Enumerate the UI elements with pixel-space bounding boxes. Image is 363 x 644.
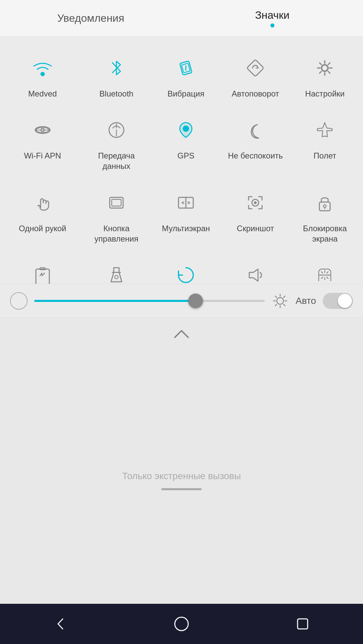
svg-line-12 [319,63,321,65]
icon-autosync[interactable]: Автосинхр. [151,251,221,284]
lock-screen-icon-wrapper [310,188,340,218]
svg-line-53 [327,272,328,273]
icon-medved[interactable]: Medved [3,44,82,106]
icon-volume[interactable]: Громкость [221,251,290,284]
svg-point-30 [254,201,257,204]
icon-data-transfer[interactable]: Передача данных [82,106,151,178]
settings-gear-icon [313,56,337,80]
dnd-icon-wrapper [240,115,270,145]
multiscreen-icon-wrapper [171,188,201,218]
svg-line-13 [328,72,330,74]
auto-label: Авто [296,296,316,306]
home-icon [173,616,190,632]
svg-point-16 [322,65,328,71]
svg-marker-38 [249,269,258,281]
icon-lock-screen[interactable]: Блокировка экрана [290,178,360,251]
icon-grid: Medved Bluetooth Вибрация [3,44,360,284]
volume-icon-wrapper [240,260,270,284]
svg-rect-34 [36,269,49,284]
icon-vibration[interactable]: Вибрация [151,44,221,106]
flight-icon-wrapper [310,115,340,145]
reboot-icon-wrapper [310,260,340,284]
settings-icon-wrapper [310,53,340,83]
moon-icon [243,118,267,142]
svg-line-40 [319,269,321,271]
nav-home-button[interactable] [168,610,195,637]
emergency-calls-text: Только экстренные вызовы [122,471,241,481]
auto-brightness-toggle[interactable] [323,293,353,309]
svg-point-23 [183,126,189,131]
volume-icon [243,263,267,284]
svg-line-62 [275,296,276,298]
svg-point-66 [175,617,188,631]
svg-line-64 [283,296,285,298]
svg-line-52 [327,277,328,278]
tab-icons[interactable]: Значки [182,0,363,37]
chevron-area[interactable] [0,318,363,350]
icon-autorotate[interactable]: Автоповорот [221,44,290,106]
icon-flight[interactable]: Полет [290,106,360,178]
icon-screenshot[interactable]: Скриншот [221,178,290,251]
nav-recents-button[interactable] [289,610,316,637]
battery-icon-wrapper [28,260,58,284]
wifi-apn-icon-wrapper [28,115,58,145]
icon-settings[interactable]: Настройки [290,44,360,106]
control-button-icon [104,191,128,215]
autorotate-icon-wrapper [240,53,270,83]
svg-rect-31 [319,202,330,211]
svg-line-65 [275,304,276,306]
icon-flashlight[interactable]: Фонарик [82,251,151,284]
icon-multiscreen[interactable]: Мультиэкран [151,178,221,251]
svg-point-37 [115,275,118,279]
svg-rect-4 [247,60,264,77]
back-icon [52,616,69,632]
brightness-min-icon [10,292,28,310]
brightness-fill [34,300,196,302]
lock-icon [313,191,337,215]
brightness-thumb[interactable] [188,294,203,308]
tab-active-indicator [270,23,274,27]
svg-line-14 [328,63,330,65]
icon-one-hand[interactable]: Одной рукой [3,178,82,251]
icon-reboot[interactable]: Перезагрузка [290,251,360,284]
battery-save-icon [31,263,55,284]
icon-control-btn[interactable]: Кнопка управления [82,178,151,251]
flashlight-icon [104,263,128,284]
svg-line-63 [283,304,285,306]
gps-location-icon [174,118,198,142]
tab-notifications[interactable]: Уведомления [0,0,182,37]
svg-point-0 [41,72,44,76]
flashlight-icon-wrapper [101,260,132,284]
icon-dnd[interactable]: Не беспокоить [221,106,290,178]
one-hand-icon-wrapper [28,188,58,218]
reboot-icon [313,263,337,284]
svg-point-57 [277,298,283,304]
bluetooth-icon-wrapper [101,53,132,83]
control-btn-icon-wrapper [101,188,132,218]
svg-line-42 [329,269,331,271]
one-hand-icon [31,191,55,215]
data-transfer-icon [104,118,128,142]
navigation-bar [0,604,363,644]
screenshot-icon [243,191,267,215]
chevron-up-icon [171,327,192,341]
airplane-icon [313,118,337,142]
icon-wifi-apn[interactable]: Wi-Fi APN [3,106,82,178]
nav-back-button[interactable] [47,610,74,637]
autosync-icon [174,263,198,284]
wifi-icon [31,56,55,80]
brightness-slider[interactable] [34,300,265,302]
autosync-icon-wrapper [171,260,201,284]
icon-gps[interactable]: GPS [151,106,221,178]
icon-bluetooth[interactable]: Bluetooth [82,44,151,106]
autorotate-icon [243,56,267,80]
recents-icon [294,616,311,632]
svg-line-15 [319,72,321,74]
gps-icon-wrapper [171,115,201,145]
wifi-apn-icon [31,118,55,142]
nav-bar-handle [161,488,202,490]
icon-battery-save[interactable]: Энергосбережение [3,251,82,284]
data-transfer-icon-wrapper [101,115,132,145]
brightness-max-icon [271,292,289,310]
vibration-icon-wrapper [171,53,201,83]
